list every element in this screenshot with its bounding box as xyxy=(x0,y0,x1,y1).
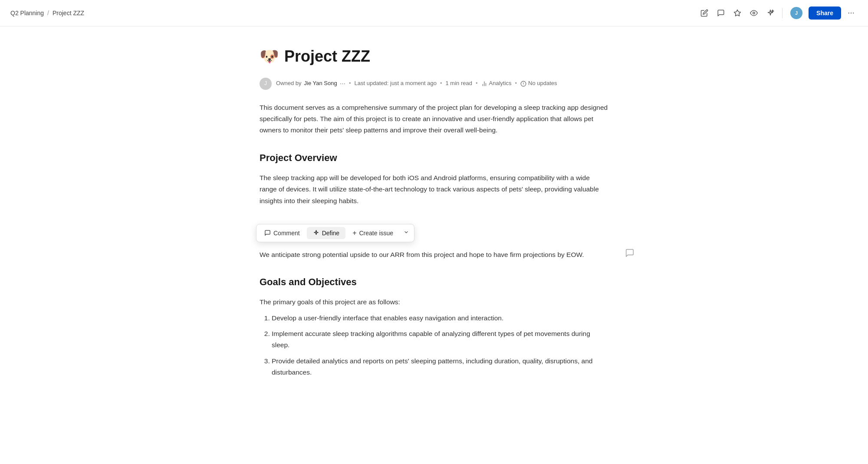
page-title-row: 🐶 Project ZZZ xyxy=(260,44,608,69)
star-button[interactable] xyxy=(731,7,744,20)
meta-dot-2: • xyxy=(440,79,442,88)
owner-more-button[interactable]: ··· xyxy=(340,78,345,89)
comment-toolbar-button[interactable]: Comment xyxy=(258,227,306,239)
comment-button[interactable] xyxy=(714,7,727,20)
meta-dot-1: • xyxy=(349,79,351,88)
watch-button[interactable] xyxy=(747,7,760,20)
project-overview-content: The sleep tracking app will be developed… xyxy=(260,172,608,260)
intro-paragraph: This document serves as a comprehensive … xyxy=(260,102,608,136)
goals-heading: Goals and Objectives xyxy=(260,274,608,290)
top-bar-actions: J Share xyxy=(698,4,858,22)
goals-list: Develop a user-friendly interface that e… xyxy=(260,313,608,378)
sparkle-icon xyxy=(766,9,774,17)
updates-label: No updates xyxy=(528,79,557,88)
meta-row: J Owned by Jie Yan Song ··· • Last updat… xyxy=(260,78,608,90)
top-bar: Q2 Planning / Project ZZZ xyxy=(0,0,868,26)
create-issue-toolbar-button[interactable]: + Create issue xyxy=(346,227,399,239)
comment-icon xyxy=(717,9,725,17)
more-options-button[interactable] xyxy=(845,7,858,20)
breadcrumb-current: Project ZZZ xyxy=(53,8,84,18)
project-overview-heading: Project Overview xyxy=(260,150,608,165)
analytics-label: Analytics xyxy=(489,79,512,88)
owned-by-label: Owned by xyxy=(276,79,302,88)
toolbar-divider xyxy=(782,8,783,18)
svg-point-4 xyxy=(853,13,854,13)
list-item: Develop a user-friendly interface that e… xyxy=(272,313,608,324)
profile-button[interactable]: J xyxy=(788,4,805,22)
define-toolbar-label: Define xyxy=(322,230,339,237)
goals-intro: The primary goals of this project are as… xyxy=(260,296,608,308)
svg-point-1 xyxy=(753,12,755,14)
overview-paragraph-1: The sleep tracking app will be developed… xyxy=(260,172,608,207)
breadcrumb-separator: / xyxy=(47,8,49,18)
page-title: Project ZZZ xyxy=(284,44,370,69)
breadcrumb: Q2 Planning / Project ZZZ xyxy=(10,8,84,18)
comment-toolbar-label: Comment xyxy=(273,230,300,237)
svg-point-2 xyxy=(848,13,849,13)
share-button[interactable]: Share xyxy=(809,7,841,20)
avatar: J xyxy=(260,78,272,90)
define-toolbar-button[interactable]: Define xyxy=(307,227,345,239)
read-time: 1 min read xyxy=(446,79,472,88)
inline-comment-button[interactable] xyxy=(625,248,635,261)
edit-icon xyxy=(700,9,708,17)
chevron-down-icon xyxy=(404,230,409,235)
toolbar-chevron-button[interactable] xyxy=(400,227,412,239)
svg-marker-0 xyxy=(734,10,741,16)
toolbar-comment-icon xyxy=(264,230,271,236)
analytics-icon xyxy=(481,81,487,87)
edit-button[interactable] xyxy=(698,7,711,20)
meta-dot-3: • xyxy=(476,79,478,88)
more-icon xyxy=(847,9,855,17)
page-emoji: 🐶 xyxy=(260,44,279,69)
breadcrumb-parent[interactable]: Q2 Planning xyxy=(10,8,44,18)
svg-point-3 xyxy=(851,13,852,13)
sparkle-button[interactable] xyxy=(764,7,777,20)
overview-paragraph-2-text: We anticipate strong potential upside to… xyxy=(260,251,584,258)
goals-section: Goals and Objectives The primary goals o… xyxy=(260,274,608,378)
star-icon xyxy=(733,9,741,17)
analytics-link[interactable]: Analytics xyxy=(481,79,512,88)
overview-paragraph-2: We anticipate strong potential upside to… xyxy=(260,249,608,260)
inline-comment-icon xyxy=(625,248,635,258)
plus-icon: + xyxy=(352,230,356,237)
updates-icon xyxy=(520,81,526,87)
meta-dot-4: • xyxy=(515,79,517,88)
list-item: Provide detailed analytics and reports o… xyxy=(272,355,608,378)
list-item: Implement accurate sleep tracking algori… xyxy=(272,328,608,351)
watch-icon xyxy=(750,9,758,17)
toolbar-define-icon xyxy=(313,230,319,236)
floating-toolbar: Comment Define + Create issue xyxy=(256,224,414,242)
owner-name[interactable]: Jie Yan Song xyxy=(304,79,337,88)
page-content: 🐶 Project ZZZ J Owned by Jie Yan Song ··… xyxy=(239,26,629,427)
updates-status[interactable]: No updates xyxy=(520,79,557,88)
create-issue-toolbar-label: Create issue xyxy=(359,230,394,237)
last-updated: Last updated: just a moment ago xyxy=(355,79,437,88)
